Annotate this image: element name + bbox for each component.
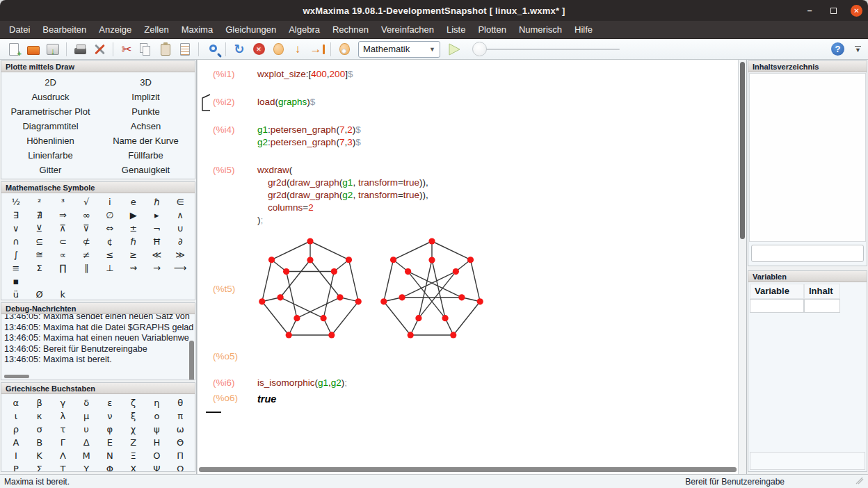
menu-item-hilfe[interactable]: Hilfe [568,22,599,38]
math-symbol-button[interactable]: ü [4,288,28,300]
menu-item-vereinfachen[interactable]: Vereinfachen [375,22,440,38]
worksheet-cell[interactable]: (%t5) [198,236,738,342]
graph-image-petersen_graph(7,2)[interactable] [257,236,363,342]
minimize-button[interactable]: – [803,4,816,17]
greek-letter-button[interactable]: Γ [51,436,75,449]
math-symbol-button[interactable]: ∨ [4,222,28,235]
math-symbol-button[interactable]: ⊂ [51,235,75,248]
math-symbol-button[interactable]: Ħ [145,235,169,248]
worksheet-cell[interactable]: (%i6)is_isomorphic(g1,g2); [198,377,738,389]
animation-slider[interactable] [474,49,620,50]
eval-to-here-button[interactable]: ↓ [289,40,307,58]
greek-letter-button[interactable]: κ [28,409,51,423]
code-text[interactable]: g1:petersen_graph(7,2)$g2:petersen_graph… [257,124,361,149]
paste-button[interactable] [156,40,175,58]
variables-column-header[interactable]: Inhalt [804,284,840,299]
math-symbol-button[interactable]: ∞ [74,209,98,222]
menu-item-maxima[interactable]: Maxima [175,22,220,38]
code-text[interactable]: load(graphs)$ [257,96,315,108]
math-symbol-button[interactable]: ⟶ [168,261,192,275]
math-symbol-button[interactable]: ⇝ [122,261,145,275]
math-symbol-button[interactable]: ∅ [98,209,122,222]
maximize-button[interactable] [827,4,839,17]
code-line[interactable]: ); [257,214,428,227]
math-symbol-button[interactable]: Ø [28,288,51,300]
math-symbol-button[interactable]: ¬ [145,222,169,235]
greek-letter-button[interactable]: Η [145,436,169,449]
greek-letter-button[interactable]: ν [98,409,122,423]
worksheet-vertical-scrollbar[interactable] [738,60,746,474]
greek-letter-button[interactable]: Ο [145,449,169,462]
menu-item-anzeige[interactable]: Anzeige [93,22,138,38]
toc-filter-input[interactable] [751,245,864,262]
greek-letter-button[interactable]: Κ [28,449,51,462]
math-symbol-button[interactable]: ∂ [168,235,192,248]
greek-letter-button[interactable]: Α [4,436,28,449]
worksheet-cell[interactable]: (%o5) [198,350,738,363]
greek-letter-button[interactable]: Χ [122,462,145,472]
math-symbol-button[interactable]: ∏ [51,261,75,275]
greek-letter-button[interactable]: η [145,396,169,409]
debug-vertical-scrollbar[interactable] [189,341,194,379]
play-button[interactable] [445,40,463,58]
draw-button-name-der-kurve[interactable]: Name der Kurve [98,133,193,148]
greek-letter-button[interactable]: π [168,409,192,423]
select-text-button[interactable] [176,40,194,58]
menu-item-zellen[interactable]: Zellen [138,22,175,38]
draw-button-füllfarbe[interactable]: Füllfarbe [98,148,193,163]
math-symbol-button[interactable]: ⊻ [28,222,51,235]
greek-letter-button[interactable]: Φ [98,462,122,472]
worksheet-cell[interactable]: (%i5)wxdraw( gr2d(draw_graph(g1, transfo… [198,164,738,227]
greek-letter-button[interactable]: Π [168,449,192,462]
menu-item-gleichungen[interactable]: Gleichungen [219,22,282,38]
greek-letter-button[interactable]: λ [51,409,75,423]
math-symbol-button[interactable]: ∪ [168,222,192,235]
find-button[interactable] [203,40,221,58]
slider-knob[interactable] [472,42,487,56]
greek-letter-button[interactable]: θ [168,396,192,409]
code-text[interactable]: is_isomorphic(g1,g2); [257,377,347,389]
eval-rest-button[interactable]: → [308,40,326,58]
math-symbol-button[interactable]: ℏ [122,235,145,248]
greek-letter-button[interactable]: Μ [74,449,98,462]
greek-letter-button[interactable]: δ [74,396,98,409]
math-symbol-button[interactable]: → [145,261,169,275]
greek-letter-button[interactable]: ι [4,409,28,423]
worksheet-document[interactable]: (%i1)wxplot_size:[400,200]$(%i2)load(gra… [198,60,738,474]
draw-button-achsen[interactable]: Achsen [98,119,193,133]
worksheet-cell[interactable]: (%o6)true [198,392,738,406]
math-symbol-button[interactable]: ≪ [145,248,169,261]
debug-horizontal-scrollbar[interactable] [4,375,29,378]
variables-empty-cell[interactable] [750,299,804,313]
greek-letter-button[interactable]: Τ [51,462,75,472]
toc-list[interactable] [749,73,866,242]
greek-letter-button[interactable]: ζ [122,396,145,409]
greek-letter-button[interactable]: σ [28,423,51,436]
greek-letter-button[interactable]: Ξ [122,449,145,462]
greek-letter-button[interactable]: Ε [98,436,122,449]
math-symbol-button[interactable]: ∃ [4,209,28,222]
code-line[interactable]: g2:petersen_graph(7,3)$ [257,136,361,149]
menu-item-bearbeiten[interactable]: Bearbeiten [36,22,93,38]
close-button[interactable]: ✕ [851,5,862,17]
greek-letter-button[interactable]: ω [168,423,192,436]
greek-letter-button[interactable]: Δ [74,436,98,449]
variables-column-header[interactable]: Variable [750,284,804,299]
variables-empty-cell[interactable] [804,299,840,313]
math-symbol-button[interactable]: ≥ [122,248,145,261]
draw-button-2d[interactable]: 2D [3,75,98,90]
cell-bracket-icon[interactable] [202,93,211,115]
math-symbol-button[interactable]: Σ [28,261,51,275]
math-symbol-button[interactable]: e [122,195,145,209]
greek-letter-button[interactable]: Θ [168,436,192,449]
math-symbol-button[interactable]: ⊄ [74,235,98,248]
greek-letter-button[interactable]: Ι [4,449,28,462]
draw-button-höhenlinien[interactable]: Höhenlinien [3,133,98,148]
menu-item-plotten[interactable]: Plotten [472,22,512,38]
math-symbol-button[interactable]: ≠ [74,248,98,261]
math-symbol-button[interactable]: ∫ [4,248,28,261]
math-symbol-button[interactable]: ▪ [4,275,28,288]
greek-letter-button[interactable]: Σ [28,462,51,472]
math-symbol-button[interactable]: ∩ [4,235,28,248]
math-symbol-button[interactable]: √ [74,195,98,209]
